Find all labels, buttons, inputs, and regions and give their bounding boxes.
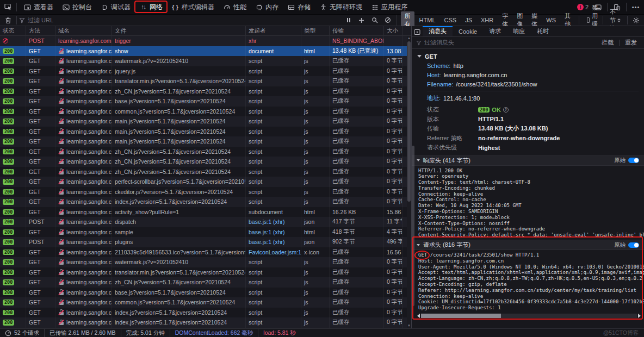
request-row[interactable]: 200GETlearning.sangfor.c...watermark.js?… (0, 257, 407, 267)
column-header[interactable]: 域名 (55, 26, 112, 35)
initiator-text: subdocument (249, 209, 283, 215)
domain-cell: learning.sangfor.c... (55, 237, 112, 247)
pause-icon[interactable] (343, 14, 355, 26)
request-row[interactable]: 200GETlearning.sangfor.c...base.js?versi… (0, 288, 407, 298)
tool-tab-memory[interactable]: 内存 (251, 0, 283, 14)
request-row[interactable]: 200GETlearning.sangfor.c...ckeditor.js?v… (0, 187, 407, 197)
url-filter-input[interactable]: 过滤 URL (19, 16, 343, 24)
request-row[interactable]: 200GETlearning.sangfor.c...translator.mi… (0, 267, 407, 278)
column-header[interactable]: 大小 (384, 26, 403, 35)
table-scrollbar[interactable]: ▲ ▼ (407, 36, 411, 328)
details-tab-耗时[interactable]: 耗时 (531, 26, 555, 36)
request-row[interactable]: 200GETlearning.sangfor.c...main.js?versi… (0, 127, 407, 137)
tool-tab-storage[interactable]: 存储 (283, 0, 315, 14)
request-row[interactable]: POSTlearning.sangfor.com...triggerxhrNS_… (0, 36, 407, 46)
request-row[interactable]: 200GETlearning.sangfor.c...showdocumenth… (0, 46, 407, 57)
transfer-cell: 已缓存 (330, 197, 384, 207)
horizontal-scrollbar[interactable] (417, 313, 641, 319)
column-header[interactable]: 发起者 (246, 26, 301, 35)
help-icon[interactable]: ? (503, 107, 509, 113)
raw-toggle-switch[interactable] (628, 158, 639, 163)
block-requests-icon[interactable] (382, 14, 394, 26)
request-row[interactable]: 200GETlearning.sangfor.c...zh_CN.js?vers… (0, 277, 407, 288)
status-200-badge: 200 (3, 149, 14, 155)
raw-toggle-switch[interactable] (628, 242, 639, 248)
request-row[interactable]: 200GETlearning.sangfor.c...common.js?ver… (0, 107, 407, 117)
type-filter-JS[interactable]: JS (461, 16, 476, 24)
resend-button[interactable]: 重发 (622, 39, 640, 47)
performance-analysis-item[interactable]: 52 个请求 (0, 329, 44, 337)
details-tab-Cookie[interactable]: Cookie (453, 26, 483, 36)
column-header[interactable]: 状态 (0, 26, 26, 35)
request-row[interactable]: 200GETlearning.sangfor.c...jquery.jsscri… (0, 66, 407, 77)
initiator-text[interactable]: base.js:1 (xhr) (249, 229, 285, 235)
tool-tab-network[interactable]: ↑↓网络 (135, 0, 167, 14)
request-row[interactable]: 200GETlearning.sangfor.c...main.js?versi… (0, 116, 407, 127)
clear-requests-icon[interactable] (2, 14, 14, 26)
request-row[interactable]: 200GETlearning.sangfor.c...zh_CN.js?vers… (0, 147, 407, 157)
request-headers-section-header[interactable]: 请求头 (816 字节) 原始 (412, 240, 644, 250)
request-row[interactable]: 200POSTlearning.sangfor.c...pluginsbase.… (0, 237, 407, 247)
type-filter-XHR[interactable]: XHR (477, 16, 497, 24)
request-row[interactable]: 200GETlearning.sangfor.c...zh_CN.js?vers… (0, 86, 407, 97)
details-tab-响应[interactable]: 响应 (507, 26, 531, 36)
request-row[interactable]: 200GETlearning.sangfor.c...2110339c5d491… (0, 247, 407, 258)
request-properties: 状态200OK?版本HTTP/1.1传输13.48 KB (大小 13.08 K… (412, 104, 644, 155)
initiator-text[interactable]: base.js:1 (xhr) (249, 219, 285, 225)
tool-tab-style-editor[interactable]: { }样式编辑器 (167, 0, 219, 14)
meatball-menu-icon[interactable]: ••• (630, 1, 642, 13)
initiator-text[interactable]: base.js:1 (xhr) (249, 239, 285, 245)
scroll-left-arrow-icon[interactable] (417, 314, 420, 318)
tool-tab-performance[interactable]: 性能 (219, 0, 251, 14)
request-row[interactable]: 200GETlearning.sangfor.c...samplebase.js… (0, 227, 407, 238)
request-row[interactable]: 200GETlearning.sangfor.c...main.js?versi… (0, 136, 407, 147)
domain-text: learning.sangfor.c... (66, 48, 112, 54)
summary-method-row[interactable]: GET (412, 52, 644, 61)
request-row[interactable]: 200GETlearning.sangfor.c...common.js?ver… (0, 297, 407, 308)
details-tab-消息头[interactable]: 消息头 (423, 26, 453, 36)
type-filter-CSS[interactable]: CSS (441, 16, 461, 24)
type-filter-WS[interactable]: WS (542, 16, 560, 24)
details-tab-请求[interactable]: 请求 (483, 26, 507, 36)
property-label: 版本 (427, 115, 478, 123)
scrollbar-thumb[interactable] (407, 41, 411, 202)
details-scrollbar-thumb[interactable] (412, 146, 414, 306)
request-row[interactable]: 200GETlearning.sangfor.c...zh_CN.js?vers… (0, 167, 407, 177)
scrollbar-thumb[interactable] (421, 314, 501, 318)
tool-tab-console[interactable]: 控制台 (58, 0, 96, 14)
type-filter-HTML[interactable]: HTML (416, 16, 439, 24)
scroll-up-arrow-icon[interactable]: ▲ (407, 36, 411, 41)
request-row[interactable]: 200GETlearning.sangfor.c...base.js?versi… (0, 96, 407, 107)
initiator-text[interactable]: FaviconLoader.jsm:1... (249, 249, 301, 255)
column-header[interactable]: 传输 (330, 26, 384, 35)
scroll-down-arrow-icon[interactable]: ▼ (407, 323, 411, 328)
tool-tab-accessibility[interactable]: 无障碍环境 (315, 0, 367, 14)
domain-cell: learning.sangfor.c... (55, 56, 112, 66)
network-settings-gear-icon[interactable] (630, 14, 642, 26)
sidebar-toggle-icon[interactable] (412, 26, 423, 38)
initiator-cell: base.js:1 (xhr) (246, 227, 301, 238)
headers-filter-placeholder[interactable]: 过滤消息头 (424, 39, 454, 47)
pick-element-icon[interactable] (2, 1, 14, 13)
tool-tab-debugger[interactable]: 调试器 (96, 0, 135, 14)
scroll-right-arrow-icon[interactable] (638, 314, 641, 318)
request-row[interactable]: 200GETlearning.sangfor.c...perfect-scrol… (0, 177, 407, 187)
column-header[interactable]: 文件 (112, 26, 246, 35)
search-icon[interactable] (369, 14, 381, 26)
request-row[interactable]: 200GETlearning.sangfor.c...index.js?vers… (0, 197, 407, 207)
column-header[interactable]: 类型 (301, 26, 330, 35)
request-row[interactable]: 200GETlearning.sangfor.c...index.js?vers… (0, 317, 407, 328)
block-button[interactable]: 拦截 (599, 39, 616, 47)
request-row[interactable]: 200GETlearning.sangfor.c...zh_CN.js?vers… (0, 157, 407, 167)
request-row[interactable]: 200GETlearning.sangfor.c...index.js?vers… (0, 308, 407, 318)
request-row[interactable]: 200GETlearning.sangfor.c...activity_show… (0, 207, 407, 217)
request-row[interactable]: 200POSTlearning.sangfor.c...dispatchbase… (0, 217, 407, 227)
har-import-icon[interactable] (356, 14, 368, 26)
tool-tab-inspector[interactable]: 查看器 (19, 0, 58, 14)
request-row[interactable]: 200GETlearning.sangfor.c...translator.mi… (0, 76, 407, 86)
request-row[interactable]: 200GETlearning.sangfor.c...watermark.js?… (0, 56, 407, 66)
scroll-track[interactable] (421, 314, 637, 318)
column-header[interactable]: 方法 (26, 26, 55, 35)
tool-tab-application[interactable]: 应用程序 (367, 0, 412, 14)
response-headers-section-header[interactable]: 响应头 (414 字节) 原始 (412, 155, 644, 166)
